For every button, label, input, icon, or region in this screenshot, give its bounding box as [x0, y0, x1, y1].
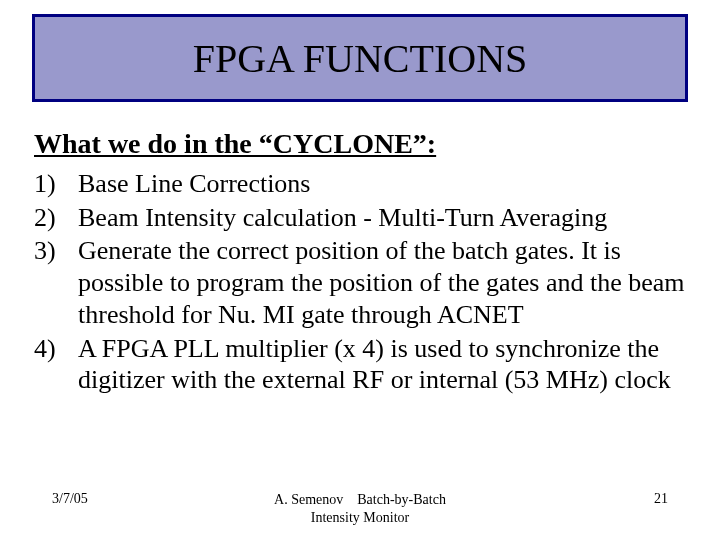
section-heading: What we do in the “CYCLONE”: — [34, 128, 686, 160]
footer: 3/7/05 A. Semenov Batch-by-Batch Intensi… — [0, 491, 720, 526]
item-number: 2) — [34, 202, 78, 234]
footer-page-number: 21 — [487, 491, 668, 507]
footer-author-title: A. Semenov Batch-by-Batch — [233, 491, 487, 509]
footer-subtitle: Intensity Monitor — [233, 509, 487, 527]
item-number: 1) — [34, 168, 78, 200]
list-item: 1) Base Line Corrections — [34, 168, 686, 200]
item-number: 4) — [34, 333, 78, 396]
item-text: Beam Intensity calculation - Multi-Turn … — [78, 202, 686, 234]
item-text: Base Line Corrections — [78, 168, 686, 200]
bullet-list: 1) Base Line Corrections 2) Beam Intensi… — [34, 168, 686, 396]
title-box: FPGA FUNCTIONS — [32, 14, 688, 102]
item-text: Generate the correct position of the bat… — [78, 235, 686, 330]
footer-date: 3/7/05 — [52, 491, 233, 507]
item-number: 3) — [34, 235, 78, 330]
slide-title: FPGA FUNCTIONS — [193, 35, 528, 82]
footer-center: A. Semenov Batch-by-Batch Intensity Moni… — [233, 491, 487, 526]
content-area: What we do in the “CYCLONE”: 1) Base Lin… — [34, 128, 686, 398]
list-item: 4) A FPGA PLL multiplier (x 4) is used t… — [34, 333, 686, 396]
list-item: 2) Beam Intensity calculation - Multi-Tu… — [34, 202, 686, 234]
list-item: 3) Generate the correct position of the … — [34, 235, 686, 330]
slide: FPGA FUNCTIONS What we do in the “CYCLON… — [0, 0, 720, 540]
item-text: A FPGA PLL multiplier (x 4) is used to s… — [78, 333, 686, 396]
